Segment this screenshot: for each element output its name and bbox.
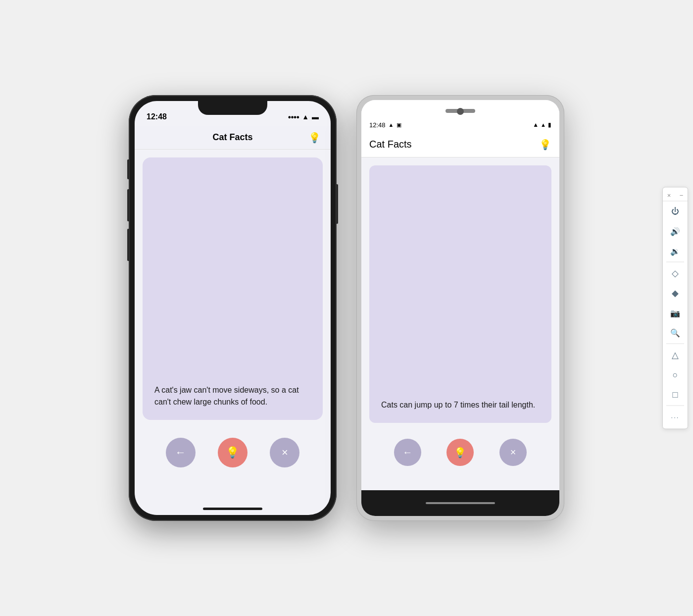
toolbar-camera-icon: 📷 bbox=[670, 308, 680, 317]
android-battery-icon: ▮ bbox=[548, 121, 551, 128]
ios-volume-down-button[interactable] bbox=[127, 229, 129, 261]
toolbar-separator-1 bbox=[666, 262, 684, 262]
toolbar: × − ⏻ 🔊 🔉 ◇ ◆ 📷 🔍 △ ○ □ ··· bbox=[662, 187, 688, 429]
toolbar-more-icon: ··· bbox=[671, 413, 680, 420]
ios-home-indicator[interactable] bbox=[203, 508, 262, 510]
toolbar-separator-3 bbox=[666, 406, 684, 406]
android-time: 12:48 bbox=[369, 121, 386, 129]
ios-app-title: Cat Facts bbox=[212, 132, 252, 143]
android-back-button[interactable]: ← bbox=[394, 439, 421, 466]
toolbar-circle-icon: ○ bbox=[673, 369, 678, 380]
ios-notch bbox=[198, 101, 267, 115]
android-sim-icon: ▣ bbox=[396, 122, 401, 128]
toolbar-volume-down-icon: 🔉 bbox=[670, 246, 680, 256]
android-close-button[interactable]: × bbox=[499, 439, 527, 466]
toolbar-close-button[interactable]: × bbox=[667, 192, 671, 199]
android-status-bar: 12:48 ▲ ▣ ▲ ▲ ▮ bbox=[361, 100, 559, 132]
ios-battery-icon: ▬ bbox=[312, 113, 319, 121]
toolbar-minimize-button[interactable]: − bbox=[680, 192, 684, 199]
toolbar-camera-button[interactable]: 📷 bbox=[664, 303, 686, 323]
toolbar-diamond1-button[interactable]: ◇ bbox=[664, 263, 686, 283]
ios-idea-icon: 💡 bbox=[226, 446, 239, 459]
ios-idea-button[interactable]: 💡 bbox=[218, 438, 248, 467]
android-fact-card: Cats can jump up to 7 times their tail l… bbox=[369, 165, 551, 423]
ios-close-button[interactable]: × bbox=[270, 438, 299, 467]
ios-content-area: A cat's jaw can't move sideways, so a ca… bbox=[135, 150, 331, 428]
android-fact-text: Cats can jump up to 7 times their tail l… bbox=[381, 399, 535, 411]
ios-close-icon: × bbox=[282, 446, 288, 459]
ios-fact-card: A cat's jaw can't move sideways, so a ca… bbox=[143, 157, 323, 420]
android-time-row: 12:48 ▲ ▣ bbox=[369, 121, 401, 129]
android-lte-icon: ▲ bbox=[541, 122, 546, 128]
toolbar-diamond1-icon: ◇ bbox=[672, 268, 679, 279]
toolbar-diamond2-button[interactable]: ◆ bbox=[664, 283, 686, 303]
ios-power-button[interactable] bbox=[336, 184, 338, 224]
ios-wifi-icon: ▲ bbox=[302, 113, 309, 121]
android-back-icon: ← bbox=[402, 447, 412, 458]
android-bottom-buttons: ← 💡 × bbox=[361, 431, 559, 474]
ios-mute-button[interactable] bbox=[127, 159, 129, 179]
toolbar-power-button[interactable]: ⏻ bbox=[664, 202, 686, 221]
android-close-icon: × bbox=[510, 447, 516, 458]
android-idea-button[interactable]: 💡 bbox=[446, 439, 474, 466]
ios-status-icons: ●●●● ▲ ▬ bbox=[288, 113, 319, 121]
toolbar-triangle-icon: △ bbox=[672, 350, 679, 360]
ios-phone: 12:48 ●●●● ▲ ▬ Cat Facts 💡 A cat's jaw c… bbox=[129, 95, 337, 521]
ios-lightbulb-icon[interactable]: 💡 bbox=[308, 132, 321, 144]
toolbar-more-button[interactable]: ··· bbox=[664, 407, 686, 427]
ios-signal-icon: ●●●● bbox=[288, 114, 299, 120]
toolbar-triangle-button[interactable]: △ bbox=[664, 345, 686, 365]
ios-time: 12:48 bbox=[147, 112, 167, 121]
toolbar-volume-up-icon: 🔊 bbox=[670, 226, 680, 236]
android-wifi-icon: ▲ bbox=[533, 121, 539, 128]
ios-bottom-buttons: ← 💡 × bbox=[135, 428, 331, 477]
ios-nav-bar: Cat Facts 💡 bbox=[135, 126, 331, 150]
android-content-area: Cats can jump up to 7 times their tail l… bbox=[361, 157, 559, 431]
toolbar-square-button[interactable]: □ bbox=[664, 385, 686, 405]
android-screen: 12:48 ▲ ▣ ▲ ▲ ▮ Cat Facts 💡 Cats can jum… bbox=[361, 100, 559, 516]
ios-back-button[interactable]: ← bbox=[166, 438, 196, 467]
android-phone: 12:48 ▲ ▣ ▲ ▲ ▮ Cat Facts 💡 Cats can jum… bbox=[356, 95, 564, 521]
toolbar-window-controls: × − bbox=[663, 190, 688, 202]
toolbar-power-icon: ⏻ bbox=[671, 207, 679, 216]
android-nav-bar: Cat Facts 💡 bbox=[361, 132, 559, 157]
android-home-bar[interactable] bbox=[426, 502, 495, 504]
android-bottom-nav-bar bbox=[361, 490, 559, 516]
android-app-title: Cat Facts bbox=[369, 139, 412, 150]
toolbar-diamond2-icon: ◆ bbox=[672, 288, 679, 299]
toolbar-volume-up-button[interactable]: 🔊 bbox=[664, 221, 686, 241]
ios-fact-text: A cat's jaw can't move sideways, so a ca… bbox=[154, 384, 311, 408]
toolbar-circle-button[interactable]: ○ bbox=[664, 365, 686, 385]
android-signal-icon: ▲ bbox=[389, 122, 394, 128]
ios-volume-up-button[interactable] bbox=[127, 189, 129, 221]
android-lightbulb-icon[interactable]: 💡 bbox=[539, 139, 551, 151]
android-status-right: ▲ ▲ ▮ bbox=[533, 121, 551, 128]
toolbar-zoom-button[interactable]: 🔍 bbox=[664, 323, 686, 343]
ios-screen: 12:48 ●●●● ▲ ▬ Cat Facts 💡 A cat's jaw c… bbox=[135, 101, 331, 515]
android-idea-icon: 💡 bbox=[454, 447, 466, 459]
ios-back-icon: ← bbox=[175, 446, 186, 459]
toolbar-separator-2 bbox=[666, 344, 684, 344]
toolbar-zoom-icon: 🔍 bbox=[670, 328, 680, 337]
toolbar-square-icon: □ bbox=[673, 389, 678, 400]
toolbar-volume-down-button[interactable]: 🔉 bbox=[664, 241, 686, 261]
android-camera bbox=[457, 108, 464, 115]
